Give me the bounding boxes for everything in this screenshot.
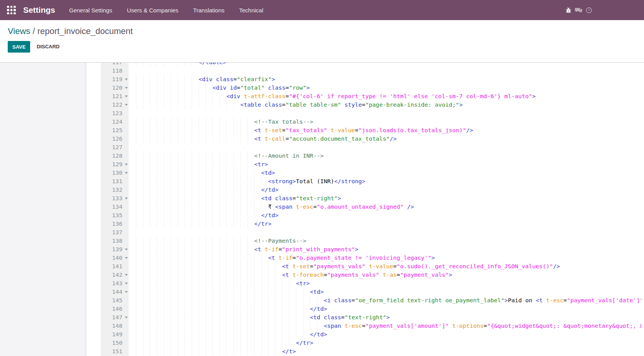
fold-arrow-icon[interactable] bbox=[125, 164, 128, 165]
code-line[interactable]: </tr> bbox=[254, 220, 272, 228]
code-line[interactable]: <t t-if="print_with_payments"> bbox=[254, 245, 359, 254]
indent-guide bbox=[192, 126, 192, 135]
code-line[interactable]: </tr> bbox=[296, 339, 313, 347]
indent-guide bbox=[275, 271, 275, 279]
fold-arrow-icon[interactable] bbox=[125, 104, 128, 106]
indent-guide bbox=[206, 305, 206, 313]
code-line[interactable]: <t t-foreach="payments_vals" t-as="payme… bbox=[282, 271, 452, 279]
fold-arrow-icon[interactable] bbox=[125, 257, 128, 259]
code-line[interactable]: <!--Amount in INR--> bbox=[254, 152, 324, 160]
indent-guide bbox=[240, 160, 241, 169]
indent-guide bbox=[212, 237, 213, 245]
code-line[interactable]: </table> bbox=[199, 62, 226, 66]
indent-guide bbox=[254, 305, 255, 313]
code-line[interactable]: <span t-esc="payment_vals['amount']" t-o… bbox=[324, 322, 641, 330]
code-line[interactable]: <i class="oe_form_field text-right oe_pa… bbox=[324, 296, 641, 305]
indent-guide bbox=[171, 305, 171, 313]
indent-guide bbox=[226, 118, 227, 126]
indent-guide bbox=[178, 322, 178, 330]
indent-guide bbox=[233, 322, 234, 330]
indent-guide bbox=[143, 169, 143, 177]
indent-guide bbox=[150, 262, 150, 271]
indent-guide bbox=[185, 220, 185, 228]
fold-arrow-icon[interactable] bbox=[125, 249, 128, 250]
fold-arrow-icon[interactable] bbox=[125, 78, 128, 80]
indent-guide bbox=[185, 83, 185, 92]
indent-guide bbox=[275, 262, 275, 271]
indent-guide bbox=[164, 288, 164, 296]
indent-guide bbox=[233, 347, 234, 356]
code-line[interactable]: <td> bbox=[261, 169, 275, 177]
indent-guide bbox=[233, 211, 234, 220]
indent-guide bbox=[261, 322, 262, 330]
indent-guide bbox=[136, 288, 136, 296]
code-line[interactable]: <!--Tax totals--> bbox=[254, 118, 313, 126]
bug-icon[interactable] bbox=[565, 7, 572, 14]
fold-arrow-icon[interactable] bbox=[125, 317, 128, 319]
save-button[interactable]: SAVE bbox=[8, 41, 30, 53]
code-line[interactable]: </td> bbox=[261, 186, 279, 194]
navbar-menu-item[interactable]: Technical bbox=[239, 7, 263, 14]
breadcrumb-separator: / bbox=[30, 26, 37, 36]
code-line[interactable]: </t> bbox=[282, 347, 296, 356]
code-line[interactable]: <t t-set="payments_vals" t-value="o.sudo… bbox=[282, 262, 560, 271]
indent-guide bbox=[185, 203, 185, 211]
indent-guide bbox=[219, 271, 220, 279]
code-line[interactable]: <div id="total" class="row"> bbox=[212, 83, 310, 92]
code-line[interactable]: <div class="clearfix"> bbox=[199, 75, 275, 83]
code-line[interactable]: <td class="text-right"> bbox=[310, 313, 390, 322]
code-line[interactable]: ₹ <span t-esc="o.amount_untaxed_signed" … bbox=[268, 203, 414, 211]
clock-icon[interactable] bbox=[586, 7, 592, 14]
navbar-menu-item[interactable]: General Settings bbox=[69, 7, 112, 14]
indent-guide bbox=[240, 177, 241, 186]
code-line[interactable]: <tr> bbox=[254, 160, 268, 169]
discard-button[interactable]: DISCARD bbox=[37, 41, 59, 53]
indent-guide bbox=[185, 254, 185, 262]
indent-guide bbox=[150, 330, 150, 339]
fold-arrow-icon[interactable] bbox=[125, 87, 128, 89]
fold-arrow-icon[interactable] bbox=[125, 95, 128, 97]
code-line[interactable]: <td> bbox=[310, 288, 324, 296]
indent-guide bbox=[171, 62, 171, 66]
code-line[interactable]: <tr> bbox=[296, 279, 310, 288]
code-line[interactable]: </td> bbox=[261, 211, 279, 220]
breadcrumb-link-views[interactable]: Views bbox=[8, 26, 30, 36]
navbar-menu-item[interactable]: Users & Companies bbox=[127, 7, 178, 14]
navbar-menu-item[interactable]: Translations bbox=[193, 7, 224, 14]
code-line[interactable]: <t t-set="tax_totals" t-value="json.load… bbox=[254, 126, 473, 135]
indent-guide bbox=[226, 245, 227, 254]
fold-arrow-icon[interactable] bbox=[125, 274, 128, 276]
indent-guide bbox=[219, 288, 220, 296]
fold-arrow-icon[interactable] bbox=[125, 198, 128, 199]
code-line[interactable]: <t t-call="account.document_tax_totals"/… bbox=[254, 135, 397, 143]
code-line[interactable]: <strong>Total (INR)</strong> bbox=[268, 177, 365, 186]
indent-guide bbox=[185, 279, 185, 288]
indent-guide bbox=[199, 347, 199, 356]
chat-icon[interactable] bbox=[575, 7, 583, 14]
xml-code-editor[interactable]: 117</table>118119<div class="clearfix">1… bbox=[0, 62, 641, 356]
fold-arrow-icon[interactable] bbox=[125, 291, 128, 293]
indent-guide bbox=[171, 330, 171, 339]
code-line[interactable]: <!--Payments--> bbox=[254, 237, 306, 245]
code-line[interactable]: <table class="table table-sm" style="pag… bbox=[240, 100, 463, 109]
indent-guide bbox=[240, 220, 241, 228]
code-line[interactable]: <t t-if="o.payment_state != 'invoicing_l… bbox=[268, 254, 435, 262]
indent-guide bbox=[157, 254, 157, 262]
fold-arrow-icon[interactable] bbox=[125, 283, 128, 284]
indent-guide bbox=[240, 118, 241, 126]
indent-guide bbox=[150, 254, 150, 262]
app-title[interactable]: Settings bbox=[23, 5, 55, 15]
gutter-line-number: 130 bbox=[101, 169, 129, 177]
indent-guide bbox=[185, 271, 185, 279]
code-line[interactable]: </td> bbox=[310, 330, 327, 339]
code-line[interactable]: <div t-attf-class="#{'col-6' if report_t… bbox=[226, 92, 535, 100]
indent-guide bbox=[212, 169, 213, 177]
code-line[interactable]: </td> bbox=[310, 305, 327, 313]
indent-guide bbox=[240, 169, 241, 177]
indent-guide bbox=[199, 330, 199, 339]
fold-arrow-icon[interactable] bbox=[125, 172, 128, 174]
indent-guide bbox=[157, 305, 157, 313]
apps-grid-icon[interactable] bbox=[7, 6, 16, 15]
code-line[interactable]: <td class="text-right"> bbox=[261, 194, 341, 203]
indent-guide bbox=[268, 339, 268, 347]
